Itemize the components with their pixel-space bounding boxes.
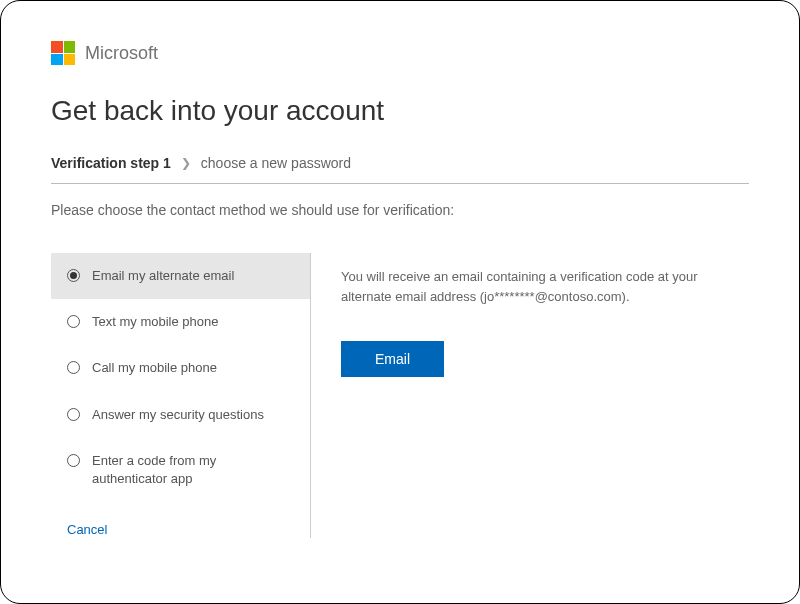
brand-name: Microsoft — [85, 43, 158, 64]
method-authenticator-code[interactable]: Enter a code from my authenticator app — [51, 438, 310, 502]
radio-icon — [67, 269, 80, 282]
method-label: Email my alternate email — [92, 267, 294, 285]
breadcrumb-next: choose a new password — [201, 155, 351, 171]
radio-icon — [67, 361, 80, 374]
method-security-questions[interactable]: Answer my security questions — [51, 392, 310, 438]
chevron-right-icon: ❯ — [181, 156, 191, 170]
radio-icon — [67, 408, 80, 421]
method-label: Answer my security questions — [92, 406, 294, 424]
method-email-alternate[interactable]: Email my alternate email — [51, 253, 310, 299]
method-label: Enter a code from my authenticator app — [92, 452, 294, 488]
radio-icon — [67, 454, 80, 467]
cancel-link[interactable]: Cancel — [67, 522, 107, 537]
radio-icon — [67, 315, 80, 328]
instruction-text: Please choose the contact method we shou… — [51, 202, 749, 218]
method-label: Text my mobile phone — [92, 313, 294, 331]
page-title: Get back into your account — [51, 95, 749, 127]
breadcrumb: Verification step 1 ❯ choose a new passw… — [51, 155, 749, 184]
microsoft-logo-icon — [51, 41, 75, 65]
method-description: You will receive an email containing a v… — [341, 267, 749, 306]
method-label: Call my mobile phone — [92, 359, 294, 377]
method-text-mobile[interactable]: Text my mobile phone — [51, 299, 310, 345]
email-button[interactable]: Email — [341, 341, 444, 377]
brand-header: Microsoft — [51, 41, 749, 65]
breadcrumb-current: Verification step 1 — [51, 155, 171, 171]
method-call-mobile[interactable]: Call my mobile phone — [51, 345, 310, 391]
verification-method-list: Email my alternate email Text my mobile … — [51, 253, 310, 502]
